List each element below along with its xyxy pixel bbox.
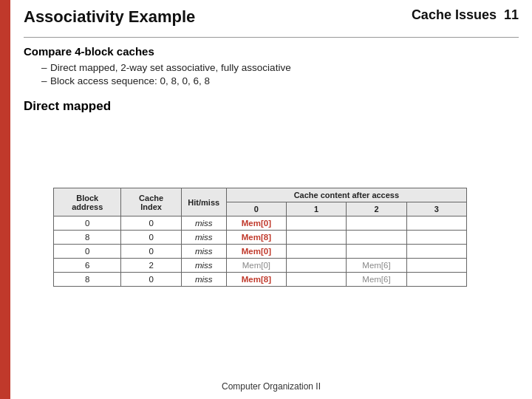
col-header-cache-2: 2 [347, 202, 406, 216]
cell-cache-content-3 [406, 245, 466, 259]
cell-cache-content-1 [287, 259, 347, 273]
cell-block-addr: 0 [54, 245, 121, 259]
header: Associativity Example Cache Issues 11 [24, 7, 519, 27]
cell-cache-content-1 [287, 216, 347, 231]
table-container: Block address Cache Index Hit/miss Cache… [24, 188, 519, 287]
main-content: Associativity Example Cache Issues 11 Co… [10, 0, 532, 399]
cache-issues-label: Cache Issues [412, 7, 497, 22]
cell-block-addr: 8 [54, 231, 121, 245]
cell-cache-index: 0 [121, 216, 181, 231]
table-row: 00missMem[0] [54, 245, 467, 259]
cell-cache-index: 0 [121, 231, 181, 245]
cell-cache-content-2 [347, 216, 406, 231]
sub-title: Direct mapped [24, 99, 519, 114]
cell-hit-miss: miss [181, 273, 226, 287]
cell-cache-content-0: Mem[0] [226, 216, 286, 231]
cell-cache-content-3 [406, 216, 466, 231]
cell-cache-content-2: Mem[6] [347, 259, 406, 273]
red-sidebar [0, 0, 10, 399]
table-row: 80missMem[8]Mem[6] [54, 273, 467, 287]
col-header-cache-3: 3 [406, 202, 466, 216]
cell-block-addr: 6 [54, 259, 121, 273]
cell-block-addr: 8 [54, 273, 121, 287]
cell-cache-content-2 [347, 245, 406, 259]
cell-cache-content-2 [347, 231, 406, 245]
bullet-2: Block access sequence: 0, 8, 0, 6, 8 [41, 75, 519, 86]
divider [24, 37, 519, 38]
bullet-1: Direct mapped, 2-way set associative, fu… [41, 62, 519, 73]
bullet-list: Direct mapped, 2-way set associative, fu… [41, 62, 519, 89]
header-right: Cache Issues 11 [412, 7, 519, 23]
page-title: Associativity Example [24, 7, 195, 27]
cell-hit-miss: miss [181, 231, 226, 245]
cell-cache-content-3 [406, 231, 466, 245]
col-header-block: Block address [54, 188, 121, 216]
col-header-hitmiss: Hit/miss [181, 188, 226, 216]
cell-cache-content-0: Mem[0] [226, 259, 286, 273]
cell-cache-content-1 [287, 273, 347, 287]
col-header-index: Cache Index [121, 188, 181, 216]
cell-cache-content-1 [287, 245, 347, 259]
table-row: 00missMem[0] [54, 216, 467, 231]
footer: Computer Organization II [24, 377, 519, 392]
cell-block-addr: 0 [54, 216, 121, 231]
cell-cache-content-3 [406, 273, 466, 287]
table-row: 80missMem[8] [54, 231, 467, 245]
cell-cache-index: 2 [121, 259, 181, 273]
page: Associativity Example Cache Issues 11 Co… [0, 0, 532, 399]
cell-cache-content-0: Mem[8] [226, 231, 286, 245]
cell-cache-content-0: Mem[8] [226, 273, 286, 287]
cell-cache-content-1 [287, 231, 347, 245]
cell-cache-index: 0 [121, 245, 181, 259]
cell-hit-miss: miss [181, 245, 226, 259]
cache-table: Block address Cache Index Hit/miss Cache… [53, 188, 467, 287]
col-header-cache-1: 1 [287, 202, 347, 216]
cell-cache-content-3 [406, 259, 466, 273]
compare-title: Compare 4-block caches [24, 45, 519, 58]
col-header-cache-0: 0 [226, 202, 286, 216]
cell-cache-content-2: Mem[6] [347, 273, 406, 287]
cell-hit-miss: miss [181, 216, 226, 231]
cell-hit-miss: miss [181, 259, 226, 273]
col-header-cache-content: Cache content after access [226, 188, 466, 202]
cell-cache-content-0: Mem[0] [226, 245, 286, 259]
table-row: 62missMem[0]Mem[6] [54, 259, 467, 273]
cell-cache-index: 0 [121, 273, 181, 287]
slide-number: 11 [504, 7, 519, 22]
